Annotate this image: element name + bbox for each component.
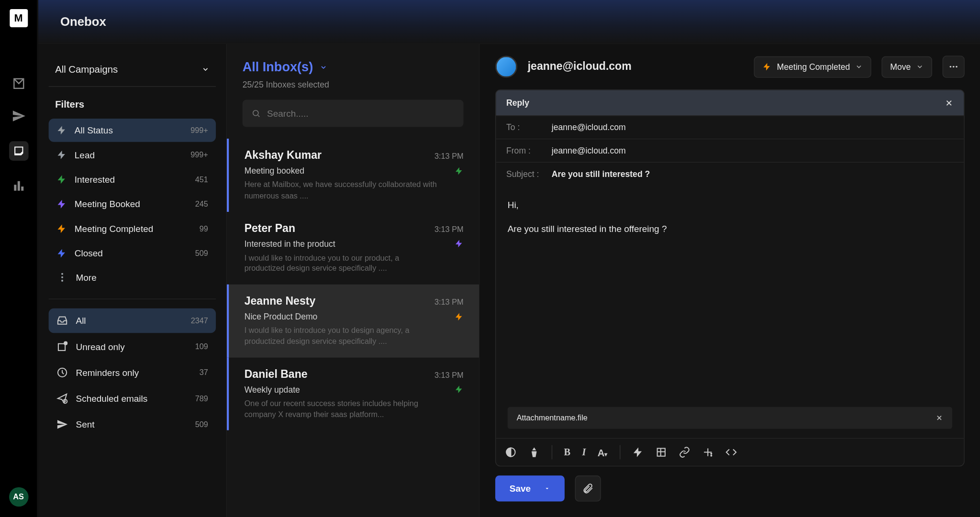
subject-field-row[interactable]: Subject : Are you still interested ? bbox=[496, 162, 964, 186]
filter-count: 999+ bbox=[190, 126, 208, 135]
bolt-icon bbox=[763, 62, 772, 71]
reply-label: Reply bbox=[506, 98, 529, 108]
app-logo[interactable]: M bbox=[10, 9, 28, 27]
email-sender: Daniel Bane bbox=[245, 368, 308, 381]
filter-label: Meeting Booked bbox=[75, 199, 188, 209]
bolt-icon bbox=[56, 223, 67, 234]
filter-interested[interactable]: Interested 451 bbox=[49, 168, 216, 191]
close-icon[interactable] bbox=[945, 98, 954, 107]
theme-icon[interactable] bbox=[505, 446, 516, 458]
email-subject: Weekly update bbox=[245, 385, 300, 394]
subject-value: Are you still interested ? bbox=[552, 169, 650, 179]
from-field-row[interactable]: From : jeanne@icloud.com bbox=[496, 139, 964, 162]
folder-label: All bbox=[76, 316, 183, 326]
bold-icon[interactable]: B bbox=[564, 447, 571, 458]
contact-email: jeanne@icloud.com bbox=[528, 60, 744, 73]
unread-icon bbox=[56, 341, 68, 352]
chevron-down-icon bbox=[855, 63, 863, 70]
save-button[interactable]: Save bbox=[495, 475, 565, 501]
svg-point-1 bbox=[61, 276, 63, 278]
folder-unread[interactable]: Unread only109 bbox=[49, 334, 216, 359]
folder-reminders[interactable]: Reminders only37 bbox=[49, 360, 216, 385]
italic-icon[interactable]: I bbox=[582, 447, 586, 458]
email-item[interactable]: Daniel Bane3:13 PM Weekly update One of … bbox=[227, 357, 479, 430]
font-size-icon[interactable]: A▾ bbox=[598, 447, 608, 458]
compose-header: Reply bbox=[496, 90, 964, 115]
analytics-icon[interactable] bbox=[11, 179, 26, 193]
more-options-button[interactable] bbox=[943, 56, 965, 78]
from-label: From : bbox=[506, 146, 544, 155]
remove-attachment-icon[interactable] bbox=[935, 414, 943, 422]
folder-count: 2347 bbox=[191, 316, 208, 325]
to-value: jeanne@icloud.com bbox=[552, 122, 626, 132]
folder-all[interactable]: All2347 bbox=[49, 308, 216, 333]
email-sender: Peter Pan bbox=[245, 222, 295, 235]
chevron-down-icon bbox=[201, 65, 209, 73]
attach-button[interactable] bbox=[575, 475, 601, 501]
filter-meeting-booked[interactable]: Meeting Booked 245 bbox=[49, 192, 216, 216]
bolt-icon bbox=[455, 239, 464, 248]
bolt-icon bbox=[56, 199, 67, 209]
more-filters[interactable]: More bbox=[49, 265, 216, 289]
table-icon[interactable] bbox=[655, 446, 667, 458]
email-subject: Interested in the product bbox=[245, 239, 335, 248]
inbox-dropdown[interactable]: All Inbox(s) bbox=[243, 60, 464, 75]
campaigns-dropdown[interactable]: All Campaigns bbox=[49, 64, 216, 87]
schedule-icon bbox=[56, 393, 68, 404]
filters-heading: Filters bbox=[49, 99, 216, 119]
link-icon[interactable] bbox=[679, 446, 690, 458]
filter-meeting-completed[interactable]: Meeting Completed 99 bbox=[49, 217, 216, 241]
email-snippet: I would like to introduce you to design … bbox=[245, 325, 439, 347]
inbox-subtitle: 25/25 Inboxes selected bbox=[243, 80, 464, 89]
bolt-icon bbox=[455, 385, 464, 394]
bolt-icon bbox=[56, 248, 67, 259]
compose-body[interactable]: Hi, Are you still interested in the offe… bbox=[496, 185, 964, 407]
toolbar-separator bbox=[620, 445, 620, 460]
email-time: 3:13 PM bbox=[434, 371, 464, 380]
bolt-icon[interactable] bbox=[632, 446, 643, 458]
bolt-icon bbox=[455, 166, 464, 175]
inbox-icon bbox=[56, 315, 68, 326]
svg-point-8 bbox=[950, 66, 952, 68]
bolt-icon bbox=[455, 312, 464, 321]
svg-point-13 bbox=[711, 453, 712, 454]
email-item[interactable]: Peter Pan3:13 PM Interested in the produ… bbox=[227, 211, 479, 285]
insert-icon[interactable] bbox=[702, 446, 713, 458]
campaigns-label: All Campaigns bbox=[55, 64, 118, 75]
folder-scheduled[interactable]: Scheduled emails789 bbox=[49, 386, 216, 410]
filter-lead[interactable]: Lead 999+ bbox=[49, 143, 216, 166]
caret-down-icon bbox=[544, 485, 550, 492]
chevron-down-icon bbox=[320, 63, 327, 71]
folder-sent[interactable]: Sent509 bbox=[49, 412, 216, 437]
body-line-2: Are you still interested in the offerein… bbox=[508, 221, 952, 237]
subject-label: Subject : bbox=[506, 169, 544, 179]
email-subject: Nice Product Demo bbox=[245, 312, 318, 321]
folder-count: 37 bbox=[200, 368, 208, 377]
search-field[interactable] bbox=[243, 100, 464, 127]
email-item[interactable]: Jeanne Nesty3:13 PM Nice Product Demo I … bbox=[227, 285, 479, 358]
email-snippet: Here at Mailbox, we have successfully co… bbox=[245, 179, 439, 201]
email-time: 3:13 PM bbox=[434, 152, 464, 161]
send-icon[interactable] bbox=[11, 109, 26, 123]
inbox-rail-icon[interactable] bbox=[9, 141, 28, 161]
folder-count: 789 bbox=[195, 394, 208, 403]
svg-point-10 bbox=[956, 66, 958, 68]
user-avatar[interactable]: AS bbox=[9, 487, 28, 507]
email-item[interactable]: Akshay Kumar3:13 PM Meeting booked Here … bbox=[227, 139, 479, 212]
more-horizontal-icon bbox=[948, 62, 959, 72]
folder-count: 109 bbox=[195, 342, 208, 351]
more-vertical-icon bbox=[56, 272, 68, 283]
search-input[interactable] bbox=[266, 108, 454, 119]
email-time: 3:13 PM bbox=[434, 225, 464, 234]
chat-icon[interactable] bbox=[11, 77, 26, 91]
move-dropdown[interactable]: Move bbox=[882, 56, 932, 77]
to-field-row[interactable]: To : jeanne@icloud.com bbox=[496, 115, 964, 139]
filter-all-status[interactable]: All Status 999+ bbox=[49, 119, 216, 142]
clear-format-icon[interactable] bbox=[528, 446, 540, 458]
status-dropdown[interactable]: Meeting Completed bbox=[754, 56, 871, 77]
code-icon[interactable] bbox=[725, 446, 736, 458]
chevron-down-icon bbox=[916, 63, 924, 70]
body-line-1: Hi, bbox=[508, 197, 952, 213]
attachment-chip[interactable]: Attachmentname.file bbox=[508, 407, 952, 429]
filter-closed[interactable]: Closed 509 bbox=[49, 242, 216, 265]
